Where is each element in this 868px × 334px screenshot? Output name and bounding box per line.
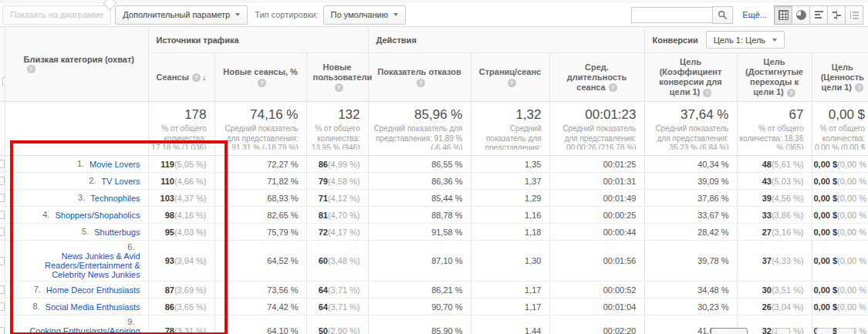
goal-value-cell: 0,00 $(0,00 %: [812, 173, 868, 190]
new-sessions-cell: 64,52 %: [214, 241, 306, 282]
new-users-cell: 71(4,12 %): [306, 190, 368, 207]
help-icon[interactable]: ?: [703, 89, 711, 97]
sort-type-button[interactable]: По умолчанию: [323, 5, 406, 25]
category-link[interactable]: Home Decor Enthusiasts: [46, 285, 140, 295]
new-sessions-header-label: Новые сеансы, %: [223, 67, 297, 76]
pages-cell: 1,17: [471, 299, 549, 315]
summary-value: 132: [309, 107, 360, 123]
new-sessions-cell: 82,65 %: [214, 207, 306, 224]
performance-view-button[interactable]: [809, 5, 828, 25]
summary-value: 00:01:23: [552, 107, 637, 123]
column-header-avg-duration[interactable]: Сред. длительность сеанса?: [549, 53, 644, 102]
row-rank: 5.: [72, 227, 89, 236]
summary-note: Средний показатель для представления: 35…: [647, 124, 729, 150]
row-rank: 7.: [24, 285, 41, 294]
column-header-goal-value[interactable]: Цель (Ценность цели 1)?: [812, 53, 868, 102]
help-icon[interactable]: ?: [258, 79, 266, 87]
column-header-goal-completions[interactable]: Цель (Достигнутые переходы к цели 1)?: [737, 53, 812, 102]
goal-selector-button[interactable]: Цель 1: Цель: [706, 31, 785, 49]
column-header-new-sessions[interactable]: Новые сеансы, %?: [214, 53, 306, 102]
duration-cell: 00:01:49: [549, 190, 644, 207]
duration-cell: 00:00:52: [549, 282, 644, 299]
column-header-sessions[interactable]: Сеансы? ↓: [148, 53, 214, 102]
conv-rate-cell: 40,34 %: [644, 156, 737, 173]
analytics-report-screen: Показать на диаграмме Дополнительный пар…: [0, 0, 868, 334]
bounce-cell: 85,44 %: [368, 190, 471, 207]
category-link[interactable]: Cooking Enthusiasts/Aspiring Chefs: [26, 326, 140, 334]
table-row: 2.TV Lovers 110(4,66 %) 71,82 % 79(4,58 …: [0, 173, 868, 190]
completions-cell: 48(5,61 %): [737, 156, 812, 173]
column-header-new-users[interactable]: Новые пользователи?: [306, 53, 368, 102]
pages-cell: 1,44: [471, 315, 549, 334]
summary-value: 37,64 %: [647, 107, 729, 123]
help-icon[interactable]: ?: [335, 83, 343, 92]
search-input[interactable]: [631, 7, 712, 23]
help-icon[interactable]: ?: [192, 73, 201, 82]
summary-note: Средний показатель для представления: 00…: [552, 124, 637, 150]
goal-value-cell: 0,00 $(0,00 %: [812, 156, 868, 173]
summary-value: 85,96 %: [370, 107, 463, 123]
plot-rows-button: Показать на диаграмме: [2, 5, 111, 25]
search-button[interactable]: [712, 6, 733, 24]
category-link[interactable]: Social Media Enthusiasts: [46, 302, 140, 312]
comparison-icon: [833, 11, 841, 19]
help-icon[interactable]: ?: [787, 89, 795, 97]
comparison-view-button[interactable]: [827, 5, 846, 25]
sessions-header-label: Сеансы: [157, 73, 189, 82]
help-icon[interactable]: ?: [855, 83, 863, 92]
column-header-pages-per-session[interactable]: Страниц/сеанс?: [471, 53, 549, 102]
duration-cell: 00:01:56: [549, 241, 644, 282]
category-link[interactable]: News Junkies & Avid Readers/Entertainmen…: [26, 251, 140, 279]
sessions-cell: 103(4,37 %): [148, 190, 214, 207]
conv-rate-cell: 33,67 %: [644, 207, 737, 224]
table-row: 8.Social Media Enthusiasts 86(3,65 %) 74…: [0, 299, 868, 315]
completions-cell: 32(3,74 %): [737, 315, 812, 334]
pivot-view-button[interactable]: [845, 5, 863, 25]
new-sessions-cell: 68,93 %: [214, 190, 306, 207]
bounce-header-label: Показатель отказов: [377, 67, 461, 76]
help-icon[interactable]: ?: [417, 79, 425, 87]
category-link[interactable]: Shutterbugs: [94, 228, 140, 237]
column-header-category[interactable]: Близкая категория (охват)?: [5, 27, 148, 102]
sessions-cell: 87(3,69 %): [148, 282, 214, 299]
pages-cell: 1,30: [471, 241, 549, 282]
sessions-cell: 95(4,03 %): [148, 224, 214, 241]
help-icon[interactable]: ?: [508, 79, 516, 87]
pagination-fragment[interactable]: [711, 328, 748, 334]
report-table: Близкая категория (охват)? Источники тра…: [0, 27, 868, 334]
pagination-fragment[interactable]: [836, 328, 855, 334]
table-view-button[interactable]: [774, 5, 792, 25]
summary-duration: 00:01:23 Средний показатель для представ…: [549, 102, 644, 156]
summary-note: % от общего количества: 18,36 % (365): [739, 124, 804, 150]
help-icon[interactable]: ?: [609, 83, 617, 92]
bar-chart-icon: [815, 11, 823, 19]
secondary-dimension-button[interactable]: Дополнительный параметр: [115, 5, 248, 25]
category-link[interactable]: Shoppers/Shopaholics: [55, 211, 140, 220]
conversions-group-label: Конверсии: [653, 35, 698, 45]
category-link[interactable]: Technophiles: [90, 194, 140, 203]
new-sessions-cell: 72,27 %: [214, 156, 306, 173]
pagination-fragment[interactable]: [776, 328, 790, 334]
category-link[interactable]: TV Lovers: [101, 177, 140, 186]
category-link[interactable]: Movie Lovers: [90, 160, 140, 169]
summary-note: % от общего количества: 13,95 % (946): [309, 124, 360, 150]
summary-goal-value: 0,00 $ % от общего количества: 0,00 % (0…: [812, 102, 868, 156]
pivot-table-icon: [850, 11, 859, 19]
sort-descending-icon: ↓: [202, 73, 207, 83]
column-header-bounce-rate[interactable]: Показатель отказов?: [368, 53, 471, 102]
category-cell: 6.News Junkies & Avid Readers/Entertainm…: [5, 241, 148, 282]
goal-value-cell: 0,00 $(0,00 %: [812, 299, 868, 315]
bounce-cell: 85,90 %: [368, 315, 471, 334]
advanced-filter-link[interactable]: Ещё...: [742, 10, 767, 19]
percentage-view-button[interactable]: [792, 5, 810, 25]
help-icon[interactable]: ?: [27, 65, 35, 73]
secondary-dimension-label: Дополнительный параметр: [123, 10, 230, 19]
summary-new-sessions: 74,16 % Средний показатель для представл…: [214, 102, 306, 156]
completions-cell: 26(3,04 %): [737, 299, 812, 315]
chevron-down-icon: [235, 13, 240, 16]
view-switcher: [775, 5, 863, 25]
pagination-fragment[interactable]: [816, 328, 833, 334]
bounce-cell: 86,55 %: [368, 156, 471, 173]
sort-type-label: Тип сортировки:: [255, 10, 318, 19]
column-header-goal-conversion-rate[interactable]: Цель (Коэффициент конверсии для цели 1)?: [644, 53, 737, 102]
